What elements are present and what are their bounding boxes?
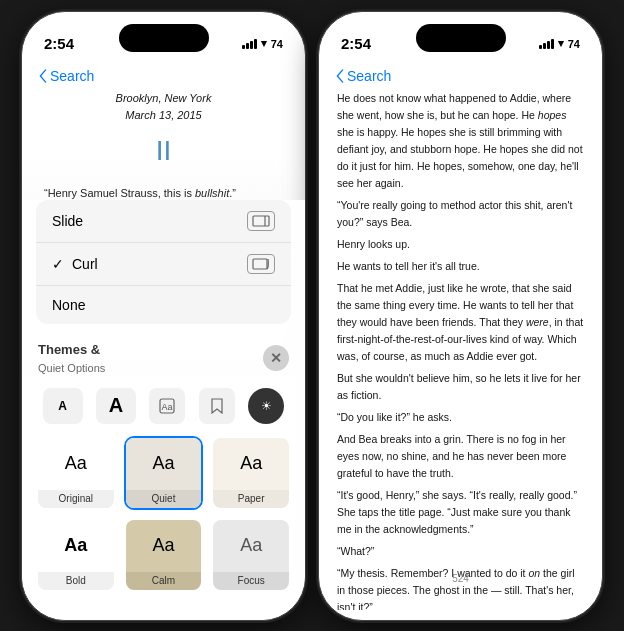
svg-rect-0 bbox=[253, 216, 269, 226]
bookmark-button[interactable] bbox=[199, 388, 235, 424]
theme-original[interactable]: Aa Original bbox=[36, 436, 116, 510]
theme-focus-label: Focus bbox=[213, 572, 289, 590]
right-back-button[interactable]: Search bbox=[335, 68, 391, 84]
right-book-content: He does not know what happened to Addie,… bbox=[319, 90, 602, 610]
svg-rect-1 bbox=[253, 259, 267, 269]
book-chapter: II bbox=[44, 129, 283, 174]
themes-label: Themes & bbox=[38, 342, 100, 357]
font-small-button[interactable]: A bbox=[43, 388, 83, 424]
themes-title: Themes & Quiet Options bbox=[38, 340, 105, 376]
right-wifi-icon: ▾ bbox=[558, 37, 564, 50]
signal-icon bbox=[242, 39, 257, 49]
right-dynamic-island bbox=[416, 24, 506, 52]
font-large-button[interactable]: A bbox=[96, 388, 136, 424]
theme-bold[interactable]: Aa Bold bbox=[36, 518, 116, 592]
right-para-2: “You're really going to method actor thi… bbox=[337, 197, 584, 231]
theme-quiet-label: Quiet bbox=[126, 490, 202, 508]
theme-bold-preview: Aa bbox=[38, 520, 114, 572]
right-back-label: Search bbox=[347, 68, 391, 84]
right-para-9: “It's good, Henry,” she says. “It's real… bbox=[337, 487, 584, 538]
svg-text:Aa: Aa bbox=[162, 402, 173, 412]
right-status-icons: ▾ 74 bbox=[539, 37, 580, 50]
theme-paper[interactable]: Aa Paper bbox=[211, 436, 291, 510]
slide-option-slide-label: Slide bbox=[52, 213, 83, 229]
right-phone: 2:54 ▾ 74 Search He bbox=[318, 11, 603, 621]
left-phone: 2:54 ▾ 74 Search bbox=[21, 11, 306, 621]
theme-paper-preview: Aa bbox=[213, 438, 289, 490]
phones-container: 2:54 ▾ 74 Search bbox=[21, 11, 603, 621]
right-para-5: That he met Addie, just like he wrote, t… bbox=[337, 280, 584, 365]
overlay-panel: Slide ✓ Curl None bbox=[22, 200, 305, 620]
theme-quiet-preview: Aa bbox=[126, 438, 202, 490]
right-signal-icon bbox=[539, 39, 554, 49]
slide-icon bbox=[247, 211, 275, 231]
brightness-button[interactable]: ☀ bbox=[248, 388, 284, 424]
left-time: 2:54 bbox=[44, 35, 74, 52]
left-back-button[interactable]: Search bbox=[38, 68, 94, 84]
slide-option-curl[interactable]: ✓ Curl bbox=[36, 243, 291, 286]
theme-original-label: Original bbox=[38, 490, 114, 508]
brightness-icon: ☀ bbox=[261, 399, 272, 413]
slide-option-slide[interactable]: Slide bbox=[36, 200, 291, 243]
right-nav-bar[interactable]: Search bbox=[319, 64, 602, 90]
right-para-8: And Bea breaks into a grin. There is no … bbox=[337, 431, 584, 482]
left-nav-bar[interactable]: Search bbox=[22, 64, 305, 90]
right-para-7: “Do you like it?” he asks. bbox=[337, 409, 584, 426]
slide-option-none[interactable]: None bbox=[36, 286, 291, 324]
check-icon: ✓ bbox=[52, 256, 64, 272]
left-back-label: Search bbox=[50, 68, 94, 84]
theme-paper-label: Paper bbox=[213, 490, 289, 508]
slide-option-curl-label: Curl bbox=[72, 256, 247, 272]
curl-icon bbox=[247, 254, 275, 274]
theme-bold-label: Bold bbox=[38, 572, 114, 590]
themes-bar: Themes & Quiet Options ✕ bbox=[22, 332, 305, 382]
theme-calm-label: Calm bbox=[126, 572, 202, 590]
close-button[interactable]: ✕ bbox=[263, 345, 289, 371]
dynamic-island bbox=[119, 24, 209, 52]
quiet-options-label: Quiet Options bbox=[38, 362, 105, 374]
left-status-icons: ▾ 74 bbox=[242, 37, 283, 50]
right-para-1: He does not know what happened to Addie,… bbox=[337, 90, 584, 192]
right-para-6: But she wouldn't believe him, so he lets… bbox=[337, 370, 584, 404]
theme-calm[interactable]: Aa Calm bbox=[124, 518, 204, 592]
right-battery-icon: 74 bbox=[568, 38, 580, 50]
font-style-button[interactable]: Aa bbox=[149, 388, 185, 424]
right-para-4: He wants to tell her it's all true. bbox=[337, 258, 584, 275]
wifi-icon: ▾ bbox=[261, 37, 267, 50]
theme-quiet[interactable]: Aa Quiet bbox=[124, 436, 204, 510]
theme-focus-preview: Aa bbox=[213, 520, 289, 572]
book-location: Brooklyn, New York March 13, 2015 bbox=[44, 90, 283, 125]
right-page-number: 524 bbox=[319, 569, 602, 588]
theme-focus[interactable]: Aa Focus bbox=[211, 518, 291, 592]
slide-option-none-label: None bbox=[52, 297, 85, 313]
theme-grid: Aa Original Aa Quiet Aa Paper Aa Bold bbox=[22, 432, 305, 600]
theme-original-preview: Aa bbox=[38, 438, 114, 490]
slide-options-container: Slide ✓ Curl None bbox=[36, 200, 291, 324]
theme-calm-preview: Aa bbox=[126, 520, 202, 572]
right-para-10: “What?” bbox=[337, 543, 584, 560]
font-controls: A A Aa ☀ bbox=[22, 382, 305, 432]
battery-icon: 74 bbox=[271, 38, 283, 50]
book-header: Brooklyn, New York March 13, 2015 II bbox=[44, 90, 283, 174]
right-time: 2:54 bbox=[341, 35, 371, 52]
right-para-3: Henry looks up. bbox=[337, 236, 584, 253]
